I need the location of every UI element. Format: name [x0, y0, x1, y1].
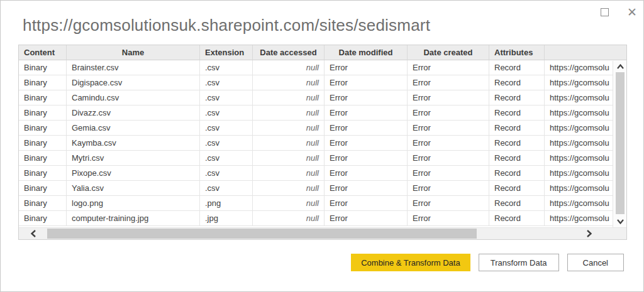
cell-content: Binary — [19, 211, 67, 226]
cell-date-accessed: null — [253, 75, 325, 90]
combine-transform-data-button[interactable]: Combine & Transform Data — [351, 254, 470, 271]
cell-attributes: Record — [489, 90, 545, 105]
cell-date-modified: Error — [325, 75, 408, 90]
table-row: BinaryPixope.csv.csvnullErrorErrorRecord… — [19, 166, 627, 181]
cell-content: Binary — [19, 75, 67, 90]
horizontal-scrollbar[interactable] — [19, 227, 626, 239]
chevron-left-icon — [31, 230, 36, 237]
cell-extension: .csv — [200, 75, 253, 90]
cell-name: Yalia.csv — [67, 181, 200, 196]
table-row: BinaryGemia.csv.csvnullErrorErrorRecordh… — [19, 121, 627, 136]
table-row: BinaryDigispace.csv.csvnullErrorErrorRec… — [19, 75, 627, 90]
cell-attributes: Record — [489, 196, 545, 211]
chevron-up-icon — [617, 64, 624, 69]
cell-attributes: Record — [489, 121, 545, 136]
cell-content: Binary — [19, 105, 67, 121]
table-row: BinaryCamindu.csv.csvnullErrorErrorRecor… — [19, 90, 627, 105]
chevron-right-icon — [587, 230, 592, 237]
chevron-down-icon — [617, 219, 624, 224]
scroll-right-button[interactable] — [584, 228, 595, 239]
cell-name: Digispace.csv — [67, 75, 200, 90]
cell-date-modified: Error — [325, 121, 408, 136]
cell-date-accessed: null — [253, 136, 325, 151]
close-button[interactable]: ✕ — [626, 6, 638, 18]
cell-date-created: Error — [408, 105, 489, 121]
table-row: BinaryDivazz.csv.csvnullErrorErrorRecord… — [19, 105, 627, 121]
scroll-down-button[interactable] — [613, 217, 627, 227]
cell-date-modified: Error — [325, 211, 408, 226]
cell-date-created: Error — [408, 166, 489, 181]
cancel-button[interactable]: Cancel — [567, 254, 624, 271]
restore-icon — [601, 8, 609, 16]
table-body: BinaryBrainster.csv.csvnullErrorErrorRec… — [19, 60, 627, 226]
column-header-attributes: Attributes — [489, 45, 545, 60]
navigator-dialog: ✕ https://gcomsolutionsuk.sharepoint.com… — [0, 0, 644, 292]
cell-date-created: Error — [408, 136, 489, 151]
cell-content: Binary — [19, 166, 67, 181]
cell-date-created: Error — [408, 121, 489, 136]
cell-attributes: Record — [489, 181, 545, 196]
files-table: Content Name Extension Date accessed Dat… — [19, 45, 627, 226]
cell-extension: .csv — [200, 166, 253, 181]
horizontal-scroll-thumb[interactable] — [47, 229, 477, 239]
dialog-footer: Combine & Transform Data Transform Data … — [351, 254, 624, 271]
cell-date-modified: Error — [325, 60, 408, 75]
table-row: Binarylogo.png.pngnullErrorErrorRecordht… — [19, 196, 627, 211]
cell-content: Binary — [19, 121, 67, 136]
cell-extension: .csv — [200, 60, 253, 75]
table-row: BinaryKaymba.csv.csvnullErrorErrorRecord… — [19, 136, 627, 151]
cell-date-accessed: null — [253, 105, 325, 121]
cell-name: Kaymba.csv — [67, 136, 200, 151]
column-header-name: Name — [67, 45, 200, 60]
cell-attributes: Record — [489, 136, 545, 151]
scroll-up-button[interactable] — [613, 62, 627, 72]
cell-attributes: Record — [489, 151, 545, 166]
page-title: https://gcomsolutionsuk.sharepoint.com/s… — [23, 16, 430, 35]
cell-extension: .jpg — [200, 211, 253, 226]
column-header-date-created: Date created — [408, 45, 489, 60]
cell-content: Binary — [19, 136, 67, 151]
table-row: Binarycomputer-training.jpg.jpgnullError… — [19, 211, 627, 226]
cell-content: Binary — [19, 60, 67, 75]
column-header-url — [545, 45, 627, 60]
restore-button[interactable] — [598, 6, 611, 18]
cell-name: Brainster.csv — [67, 60, 200, 75]
window-controls: ✕ — [598, 6, 638, 18]
column-header-extension: Extension — [200, 45, 253, 60]
column-header-date-accessed: Date accessed — [253, 45, 325, 60]
cell-date-modified: Error — [325, 196, 408, 211]
cell-date-accessed: null — [253, 121, 325, 136]
cell-date-created: Error — [408, 181, 489, 196]
vertical-scrollbar[interactable] — [613, 61, 626, 227]
cell-date-accessed: null — [253, 151, 325, 166]
cell-extension: .csv — [200, 121, 253, 136]
transform-data-button[interactable]: Transform Data — [479, 254, 559, 271]
cell-extension: .png — [200, 196, 253, 211]
cell-name: Pixope.csv — [67, 166, 200, 181]
column-header-date-modified: Date modified — [325, 45, 408, 60]
cell-name: Mytri.csv — [67, 151, 200, 166]
cell-name: logo.png — [67, 196, 200, 211]
cell-extension: .csv — [200, 181, 253, 196]
table-header-row: Content Name Extension Date accessed Dat… — [19, 45, 627, 60]
cell-date-accessed: null — [253, 166, 325, 181]
cell-content: Binary — [19, 181, 67, 196]
table-row: BinaryBrainster.csv.csvnullErrorErrorRec… — [19, 60, 627, 75]
cell-content: Binary — [19, 196, 67, 211]
scroll-left-button[interactable] — [28, 228, 39, 239]
cell-attributes: Record — [489, 60, 545, 75]
cell-date-created: Error — [408, 75, 489, 90]
cell-name: Camindu.csv — [67, 90, 200, 105]
cell-date-modified: Error — [325, 166, 408, 181]
cell-date-modified: Error — [325, 181, 408, 196]
cell-date-accessed: null — [253, 60, 325, 75]
cell-date-accessed: null — [253, 196, 325, 211]
cell-date-accessed: null — [253, 181, 325, 196]
cell-attributes: Record — [489, 105, 545, 121]
cell-content: Binary — [19, 90, 67, 105]
cell-extension: .csv — [200, 151, 253, 166]
vertical-scroll-thumb[interactable] — [616, 72, 625, 214]
column-header-content: Content — [19, 45, 67, 60]
close-icon: ✕ — [627, 6, 637, 18]
cell-extension: .csv — [200, 90, 253, 105]
